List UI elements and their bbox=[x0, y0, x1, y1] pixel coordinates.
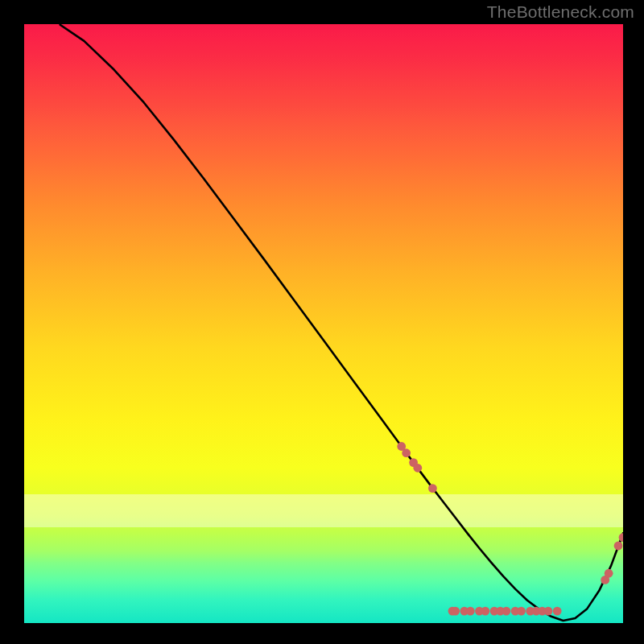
chart-svg bbox=[24, 24, 623, 623]
data-marker bbox=[517, 607, 526, 616]
data-marker bbox=[502, 607, 511, 616]
data-marker bbox=[605, 569, 613, 578]
data-marker bbox=[466, 607, 475, 616]
data-marker bbox=[402, 448, 411, 457]
data-marker bbox=[413, 464, 422, 473]
marker-group bbox=[397, 442, 623, 615]
data-marker bbox=[481, 607, 489, 616]
plot-area bbox=[24, 24, 623, 623]
watermark-text: TheBottleneck.com bbox=[487, 2, 634, 22]
data-marker bbox=[428, 484, 437, 493]
data-marker bbox=[451, 607, 460, 616]
data-marker bbox=[544, 607, 553, 616]
chart-frame: TheBottleneck.com bbox=[0, 0, 644, 644]
bottleneck-curve bbox=[60, 25, 623, 621]
data-marker bbox=[553, 607, 562, 616]
data-marker bbox=[614, 542, 623, 551]
